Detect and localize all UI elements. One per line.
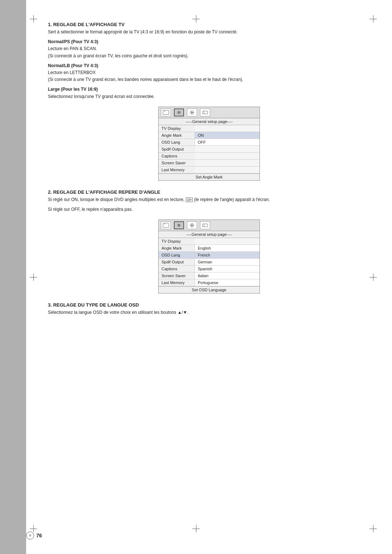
- menu2-icon-play: [187, 221, 197, 229]
- menu2-cell-screen-saver-label: Screen Saver: [159, 272, 195, 279]
- svg-marker-11: [191, 224, 193, 226]
- menu1-icon-extra: [200, 108, 210, 116]
- menu2-header-icons: [161, 221, 210, 229]
- menu2-row-0: TV Display: [159, 238, 260, 245]
- section1-large-label: Large (Pour les TV 16:9): [48, 87, 98, 92]
- menu1-row-2: OSD Lang OFF: [159, 139, 260, 146]
- menu2-box: ----General setup page---- TV Display An…: [158, 219, 260, 294]
- svg-rect-0: [163, 110, 169, 115]
- section3-title: 3. REGLAGE DU TYPE DE LANGUE OSD: [48, 302, 370, 308]
- menu1-container: -----General setup page---- TV Display A…: [48, 107, 370, 181]
- menu1-cell-osd-lang-label: OSD Lang: [159, 139, 195, 145]
- menu2-icon-extra: [200, 221, 210, 229]
- menu2-row-1: Angle Mark English: [159, 245, 260, 252]
- menu2-cell-italian: Italian: [195, 272, 260, 279]
- menu1-icon-disc: [161, 108, 171, 116]
- menu1-row-3: Spdif Output: [159, 146, 260, 153]
- menu1-header: [159, 107, 260, 118]
- svg-point-2: [179, 112, 179, 113]
- svg-point-9: [179, 225, 179, 226]
- menu1-row-6: Last Memory: [159, 167, 260, 173]
- section1-intro: Sert à sélectionner le format approprié …: [48, 29, 370, 36]
- page-number-circle: ®: [26, 532, 34, 539]
- svg-rect-12: [203, 224, 208, 227]
- menu2-row-6: Last Memory Portuguese: [159, 279, 260, 286]
- svg-rect-5: [203, 111, 208, 114]
- menu1-row-1: Angle Mark ON: [159, 132, 260, 139]
- section1-large-text: Sélectionnez lorsqu'une TV grand écran e…: [48, 94, 155, 99]
- menu2-cell-spdif-output-label: Spdif Output: [159, 259, 195, 265]
- section1: 1. REGLAGE DE L'AFFICHAGE TV Sert à séle…: [48, 22, 370, 100]
- menu2-icon-disc: [161, 221, 171, 229]
- menu2-row-3: Spdif Output German: [159, 259, 260, 266]
- section1-title: 1. REGLAGE DE L'AFFICHAGE TV: [48, 22, 370, 27]
- menu2-cell-osd-lang-label: OSD Lang: [159, 252, 195, 258]
- menu2-cell-spanish: Spanish: [195, 266, 260, 272]
- section2-intro2: Si réglé sur OFF, le repère n'apparaîtra…: [48, 206, 370, 213]
- section1-normal-ps-label: Normal/PS (Pour TV 4:3): [48, 39, 98, 44]
- menu1-header-icons: [161, 108, 210, 116]
- reg-mark-bottom-right: [369, 525, 377, 532]
- menu2-footer: Set OSD Language: [159, 286, 260, 293]
- menu1-box: -----General setup page---- TV Display A…: [158, 107, 260, 181]
- menu2-cell-english: English: [195, 245, 260, 251]
- main-content: 1. REGLAGE DE L'AFFICHAGE TV Sert à séle…: [26, 0, 392, 341]
- menu1-cell-angle-mark-value: ON: [195, 132, 260, 139]
- reg-mark-bottom-left: [30, 525, 37, 532]
- menu2-cell-french: French: [195, 252, 260, 258]
- page-number-area: ® 76: [26, 532, 42, 539]
- page-number: 76: [36, 533, 42, 538]
- menu2-cell-captions-label: Captions: [159, 266, 195, 272]
- page-symbol: ®: [29, 534, 31, 537]
- reg-mark-bottom-center: [192, 525, 200, 532]
- menu1-row-5: Screen Saver: [159, 160, 260, 167]
- menu1-row-0: TV Display: [159, 125, 260, 132]
- section1-normal-ps-text: Lecture en PAN & SCAN.: [48, 46, 97, 51]
- menu1-cell-last-memory: Last Memory: [159, 167, 195, 173]
- section2-title: 2. REGLAGE DE L'AFFICHAGE REPERE D'ANGLE: [48, 189, 370, 195]
- menu2-cell-german: German: [195, 259, 260, 265]
- menu1-cell-spdif-output: Spdif Output: [159, 146, 195, 152]
- menu1-cell-screen-saver: Screen Saver: [159, 160, 195, 166]
- menu1-cell-captions: Captions: [159, 153, 195, 159]
- menu2-cell-angle-mark-label: Angle Mark: [159, 245, 195, 251]
- section1-normal-ps-note: (Si connecté à un grand écran TV, les co…: [48, 53, 189, 58]
- section2-intro: Si réglé sur ON, lorsque le disque DVD a…: [48, 196, 370, 203]
- menu2-row-5: Screen Saver Italian: [159, 272, 260, 279]
- section2: 2. REGLAGE DE L'AFFICHAGE REPERE D'ANGLE…: [48, 189, 370, 213]
- section3-text: Sélectionnez la langue OSD de votre choi…: [48, 309, 370, 316]
- section1-normal-lb-note: (Si connecté à une TV grand écran, les b…: [48, 77, 243, 82]
- section1-normal-lb-text: Lecture en LETTERBOX: [48, 70, 95, 75]
- section2-icon: ⊡×: [186, 197, 193, 202]
- svg-marker-4: [191, 111, 193, 114]
- menu1-title: -----General setup page----: [159, 118, 260, 125]
- svg-rect-7: [163, 223, 169, 227]
- menu2-cell-portuguese: Portuguese: [195, 279, 260, 286]
- section1-normal-ps: Normal/PS (Pour TV 4:3) Lecture en PAN &…: [48, 38, 370, 59]
- menu1-cell-angle-mark-label: Angle Mark: [159, 132, 195, 139]
- menu2-title: ----General setup page----: [159, 231, 260, 238]
- menu1-footer: Set Angle Mark: [159, 173, 260, 180]
- menu2-icon-gear: [174, 221, 184, 229]
- section3: 3. REGLAGE DU TYPE DE LANGUE OSD Sélecti…: [48, 302, 370, 316]
- section1-large: Large (Pour les TV 16:9) Sélectionnez lo…: [48, 86, 370, 100]
- section1-normal-lb-label: Normal/LB (Pour TV 4:3): [48, 63, 98, 68]
- menu2-row-4: Captions Spanish: [159, 266, 260, 272]
- menu2-cell-tv-display: TV Display: [159, 238, 195, 245]
- menu1-row-4: Captions: [159, 153, 260, 160]
- menu2-row-2: OSD Lang French: [159, 252, 260, 259]
- menu1-cell-osd-lang-value: OFF: [195, 139, 260, 145]
- menu2-cell-last-memory-label: Last Memory: [159, 279, 195, 286]
- menu2-container: ----General setup page---- TV Display An…: [48, 219, 370, 294]
- section2-intro-part2: (le repère de l'angle) apparaît à l'écra…: [193, 197, 270, 202]
- menu1-icon-gear: [174, 108, 184, 116]
- menu1-icon-play: [187, 108, 197, 116]
- menu2-header: [159, 220, 260, 231]
- section1-normal-lb: Normal/LB (Pour TV 4:3) Lecture en LETTE…: [48, 62, 370, 83]
- section2-intro-part1: Si réglé sur ON, lorsque le disque DVD a…: [48, 197, 186, 202]
- sidebar: [0, 0, 26, 554]
- menu1-cell-tv-display: TV Display: [159, 125, 195, 132]
